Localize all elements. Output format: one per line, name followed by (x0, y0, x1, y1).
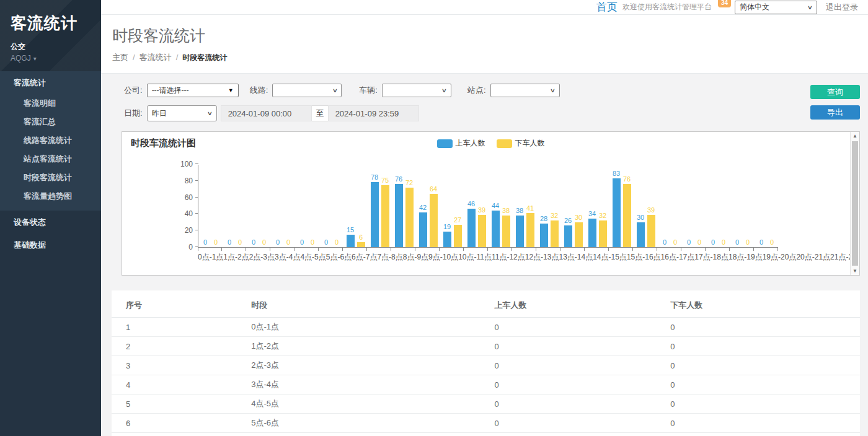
bar-value-label: 39 (647, 206, 655, 214)
bar-value-label: 27 (454, 216, 461, 224)
scroll-up-arrow-icon[interactable]: ▲ (851, 133, 859, 139)
table-cell: 2点-3点 (246, 356, 489, 375)
bar-下车人数 (575, 222, 583, 247)
chart-category-19: 00 (658, 165, 682, 247)
table-cell: 0 (490, 395, 666, 414)
scrollbar-thumb[interactable] (852, 141, 858, 266)
bar-value-label: 34 (588, 210, 596, 218)
bar-value-label: 72 (405, 179, 413, 187)
chart-vertical-scrollbar[interactable]: ▲ ▼ (850, 132, 859, 275)
bar-unit: 76 (395, 165, 403, 247)
x-axis-label: 4点-5点 (300, 252, 326, 263)
table-cell: 0 (665, 337, 860, 356)
x-axis-label: 1点-2点 (223, 252, 249, 263)
bar-value-label: 0 (286, 238, 290, 246)
bar-value-label: 28 (540, 215, 547, 223)
chevron-down-icon: ∨ (807, 4, 813, 11)
breadcrumb-link-0[interactable]: 主页 (112, 53, 128, 62)
table-cell: 3 (112, 356, 246, 375)
logout-link[interactable]: 退出登录 (826, 2, 858, 13)
language-selected-value: 简体中文 (740, 2, 769, 12)
export-button[interactable]: 导出 (810, 105, 860, 120)
bar-value-label: 32 (551, 212, 558, 220)
table-cell: 15 (490, 433, 666, 436)
table-cell: 6点-7点 (246, 433, 489, 436)
legend-item-0[interactable]: 上车人数 (437, 138, 485, 149)
table-header-1: 时段 (246, 290, 489, 318)
y-axis-tick-mark (195, 213, 198, 214)
bar-value-label: 76 (623, 175, 631, 183)
x-axis-tick (633, 248, 657, 251)
chart-category-5: 00 (319, 165, 343, 247)
x-axis-tick (681, 248, 706, 251)
bar-unit: 0 (212, 165, 220, 247)
date-from-input[interactable]: 2024-01-09 00:00 (221, 105, 312, 121)
scroll-down-arrow-icon[interactable]: ▼ (851, 268, 859, 274)
bar-上车人数 (637, 222, 645, 247)
line-label: 线路: (250, 85, 268, 96)
company-select[interactable]: ---请选择--- ▼ (147, 84, 239, 97)
sidebar-subitem-0-5[interactable]: 客流量趋势图 (0, 187, 101, 206)
y-axis-tick-mark (195, 180, 198, 181)
bar-value-label: 26 (564, 217, 572, 225)
home-link[interactable]: 首页 (596, 0, 618, 14)
caret-down-icon: ▾ (33, 55, 37, 62)
x-axis-tick (560, 248, 585, 251)
query-button[interactable]: 查询 (810, 85, 860, 99)
x-axis-label: 19点-20点 (763, 252, 797, 263)
chart-legend: 上车人数下车人数 (437, 138, 545, 149)
table-row: 10点-1点00 (112, 318, 860, 337)
y-axis-tick-label: 100 (180, 160, 193, 168)
table-cell: 0 (665, 356, 860, 375)
x-axis-tick (585, 248, 609, 251)
breadcrumb-separator: / (176, 53, 179, 62)
sidebar-section-1[interactable]: 设备状态 (0, 211, 101, 233)
sidebar-section-0[interactable]: 客流统计 (0, 71, 101, 94)
bar-unit: 19 (443, 165, 451, 247)
line-select[interactable]: ∨ (272, 84, 342, 97)
table-header-2: 上车人数 (490, 290, 666, 318)
x-axis-label: 8点-9点 (403, 252, 428, 263)
table-cell: 0 (665, 414, 860, 433)
breadcrumb-link-1[interactable]: 客流统计 (140, 53, 172, 62)
bar-下车人数 (405, 188, 414, 247)
bar-上车人数 (395, 184, 403, 247)
x-axis-tick (367, 248, 391, 251)
page-content: 公司: ---请选择--- ▼ 线路: ∨ 车辆: (101, 74, 868, 436)
sidebar-subitem-0-2[interactable]: 线路客流统计 (0, 131, 101, 150)
top-navbar: 首页 欢迎使用客流统计管理平台 34 简体中文 ∨ 退出登录 (101, 0, 868, 15)
sidebar-subitem-0-3[interactable]: 站点客流统计 (0, 150, 101, 168)
legend-item-1[interactable]: 下车人数 (497, 138, 545, 149)
date-preset-select[interactable]: 昨日 ∨ (147, 105, 217, 121)
chevron-down-icon: ∨ (207, 110, 213, 116)
station-select[interactable]: ∨ (490, 84, 560, 97)
bar-unit: 0 (685, 165, 693, 247)
x-axis-tick (415, 248, 440, 251)
date-preset-value: 昨日 (152, 108, 167, 119)
bar-value-label: 0 (735, 238, 739, 246)
bar-上车人数 (347, 235, 355, 247)
table-cell: 1点-2点 (246, 337, 489, 356)
org-code-dropdown[interactable]: AQGJ▾ (11, 54, 101, 63)
sidebar-menu: 客流统计客流明细客流汇总线路客流统计站点客流统计时段客流统计客流量趋势图设备状态… (0, 71, 101, 256)
sidebar-subitem-0-4[interactable]: 时段客流统计 (0, 168, 101, 187)
x-axis-label: 14点-15点 (593, 252, 627, 263)
chart-category-11: 4639 (464, 165, 489, 247)
bar-unit: 0 (733, 165, 742, 247)
language-select[interactable]: 简体中文 ∨ (735, 1, 817, 14)
app-root: 客流统计 公交 AQGJ▾ 客流统计客流明细客流汇总线路客流统计站点客流统计时段… (0, 0, 868, 436)
sidebar-subitem-0-1[interactable]: 客流汇总 (0, 113, 101, 131)
bar-value-label: 76 (395, 175, 402, 183)
sidebar-subitem-0-0[interactable]: 客流明细 (0, 94, 101, 113)
bar-unit: 72 (405, 165, 414, 247)
bar-unit: 41 (526, 165, 534, 247)
vehicle-select[interactable]: ∨ (382, 84, 451, 97)
x-axis-label: 0点-1点 (198, 252, 223, 263)
sidebar-section-2[interactable]: 基础数据 (0, 233, 101, 256)
x-axis-tick (512, 248, 536, 251)
date-label: 日期: (124, 108, 143, 119)
chart-category-4: 00 (295, 165, 319, 247)
bar-value-label: 42 (419, 204, 427, 212)
date-to-input[interactable]: 2024-01-09 23:59 (328, 105, 419, 121)
table-cell: 0 (490, 318, 666, 337)
